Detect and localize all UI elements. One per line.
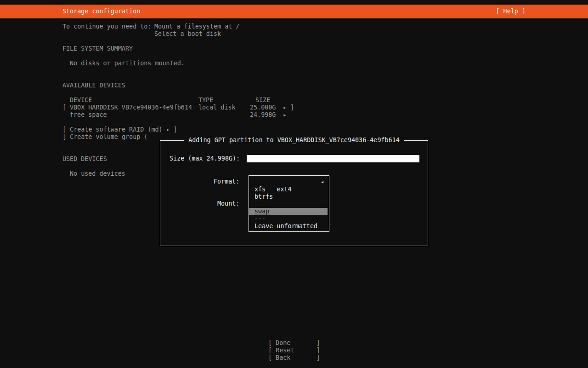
create-software-raid-button[interactable]: [ Create software RAID (md) ▸ ]: [62, 126, 177, 133]
done-button[interactable]: [ Done ]: [268, 339, 320, 347]
column-header-type: TYPE: [198, 97, 213, 104]
dialog-title: Adding GPT partition to VBOX_HARDDISK_VB…: [184, 137, 404, 144]
size-label: Size (max 24.998G):: [170, 155, 240, 162]
format-option-separator: ---: [249, 215, 329, 223]
column-header-device: DEVICE: [70, 97, 92, 104]
requirement-mount-filesystem: Mount a filesystem at /: [154, 23, 239, 30]
available-devices-heading: AVAILABLE DEVICES: [62, 82, 125, 89]
title-bar: Storage configuration [ Help ]: [0, 5, 588, 18]
free-space-label[interactable]: free space: [70, 111, 107, 119]
file-system-summary-heading: FILE SYSTEM SUMMARY: [62, 45, 133, 52]
format-option-ext4[interactable]: ext4 ◂: [249, 178, 329, 186]
mount-label: Mount:: [217, 200, 239, 207]
format-option-xfs[interactable]: xfs: [249, 186, 329, 193]
reset-button[interactable]: [ Reset ]: [268, 347, 320, 354]
format-option-separator: ---: [249, 201, 329, 208]
free-space-expand-arrow-icon[interactable]: ▸: [283, 111, 287, 119]
disk-name[interactable]: VBOX_HARDDISK_VB7ce94036-4e9fb614: [70, 104, 192, 111]
dialog-button-stack: [ Done ] [ Reset ] [ Back ]: [268, 339, 320, 362]
disk-expand-arrow-icon[interactable]: ▸: [283, 104, 287, 111]
disk-row-open-bracket: [: [62, 104, 66, 111]
format-dropdown[interactable]: ext4 ◂ xfs btrfs --- swap --- Leave unfo…: [249, 175, 329, 232]
disk-size: 25.000G: [250, 104, 276, 111]
continue-requirements-label: To continue you need to:: [62, 23, 151, 30]
page-title: Storage configuration: [62, 8, 140, 15]
no-disks-message: No disks or partitions mounted.: [70, 60, 185, 67]
size-input[interactable]: [247, 155, 419, 162]
column-header-size: SIZE: [255, 97, 270, 104]
disk-row-close-bracket: ]: [290, 104, 294, 111]
requirement-boot-disk: Select a boot disk: [154, 30, 221, 38]
free-space-size: 24.998G: [250, 111, 276, 119]
help-button[interactable]: [ Help ]: [496, 8, 526, 15]
format-option-leave-unformatted[interactable]: Leave unformatted: [249, 223, 329, 230]
format-label: Format:: [214, 178, 239, 185]
back-button[interactable]: [ Back ]: [268, 354, 320, 362]
format-option-swap[interactable]: swap: [249, 208, 328, 215]
add-gpt-partition-dialog: Adding GPT partition to VBOX_HARDDISK_VB…: [160, 140, 428, 246]
no-used-devices-message: No used devices: [70, 170, 125, 178]
create-volume-group-button[interactable]: [ Create volume group (: [62, 133, 147, 141]
format-option-btrfs[interactable]: btrfs: [249, 193, 329, 201]
disk-type: local disk: [198, 104, 236, 111]
used-devices-heading: USED DEVICES: [62, 155, 107, 163]
selected-option-marker-icon: ◂: [321, 178, 324, 186]
